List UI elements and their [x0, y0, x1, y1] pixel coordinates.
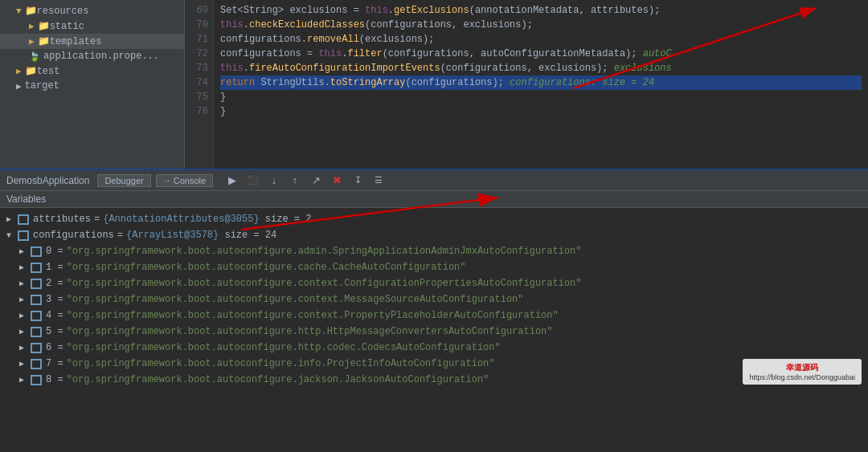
var-val-4: "org.springframework.boot.autoconfigure.… [67, 310, 559, 321]
var-row-config-0[interactable]: ▶ 0 = "org.springframework.boot.autoconf… [0, 243, 868, 259]
var-icon-c6 [31, 343, 42, 353]
variables-header-label: Variables [6, 193, 46, 205]
var-eq-configurations: = [117, 230, 123, 241]
tab-debugger[interactable]: Debugger [97, 174, 150, 187]
variables-header: Variables [0, 191, 868, 208]
code-text-74: return StringUtils.toStringArray(configu… [220, 75, 654, 90]
file-tree-appprops-label: application.prope... [43, 51, 159, 62]
var-index-3: 3 = [46, 294, 63, 305]
var-index-4: 4 = [46, 310, 63, 321]
bottom-panel: Variables ▶ attributes = {AnnotationAttr… [0, 191, 868, 391]
var-val-7: "org.springframework.boot.autoconfigure.… [67, 358, 495, 369]
var-index-7: 7 = [46, 358, 63, 369]
var-row-config-1[interactable]: ▶ 1 = "org.springframework.boot.autoconf… [0, 259, 868, 275]
var-icon-attributes [18, 214, 29, 225]
var-type-attributes: {AnnotationAttributes@3055} [103, 214, 265, 225]
target-icon: ▶ [16, 81, 22, 92]
var-val-1: "org.springframework.boot.autoconfigure.… [67, 262, 466, 273]
var-expand-c4: ▶ [19, 311, 31, 320]
var-expand-c1: ▶ [19, 263, 31, 272]
var-expand-c0: ▶ [19, 246, 31, 256]
debug-btn-step-over[interactable]: ⬛ [245, 173, 261, 188]
code-text-71: configurations.removeAll(exclusions); [220, 32, 434, 47]
tab-console-label: Console [174, 176, 206, 185]
variables-list: ▶ attributes = {AnnotationAttributes@305… [0, 208, 868, 391]
var-row-configurations[interactable]: ▼ configurations = {ArrayList@3578} size… [0, 227, 868, 243]
var-expand-c8: ▶ [19, 375, 31, 385]
var-index-2: 2 = [46, 278, 63, 289]
var-row-config-4[interactable]: ▶ 4 = "org.springframework.boot.autoconf… [0, 307, 868, 324]
code-panel: 69 70 71 72 73 74 75 76 Set<String> excl… [185, 0, 868, 169]
var-val-3: "org.springframework.boot.autoconfigure.… [67, 294, 524, 305]
debug-btn-step-into[interactable]: ↓ [266, 173, 282, 188]
var-expand-c7: ▶ [19, 359, 31, 369]
var-index-8: 8 = [46, 374, 63, 385]
var-expand-c5: ▶ [19, 327, 31, 336]
templates-expand-icon: ▶ [29, 36, 35, 47]
watermark: 幸道源码 https://blog.csdn.net/Dongguabai [743, 359, 862, 385]
var-val-5: "org.springframework.boot.autoconfigure.… [67, 326, 553, 337]
templates-folder-icon: 📁 [38, 35, 50, 47]
var-val-0: "org.springframework.boot.autoconfigure.… [67, 246, 582, 257]
var-index-5: 5 = [46, 326, 63, 337]
var-eq-attributes: = [94, 214, 100, 225]
debug-btn-settings[interactable]: ↧ [350, 173, 366, 188]
var-val-6: "org.springframework.boot.autoconfigure.… [67, 342, 501, 353]
code-line-71: configurations.removeAll(exclusions); [220, 32, 862, 47]
var-index-6: 6 = [46, 342, 63, 353]
file-tree-test[interactable]: ▶ 📁 test [0, 63, 184, 79]
code-line-75: } [220, 90, 862, 104]
var-row-config-6[interactable]: ▶ 6 = "org.springframework.boot.autoconf… [0, 340, 868, 356]
file-tree-target-label: target [25, 80, 59, 92]
file-tree-test-label: test [37, 66, 60, 77]
var-icon-c2 [31, 279, 42, 289]
var-val-2: "org.springframework.boot.autoconfigure.… [67, 278, 582, 289]
var-row-config-8[interactable]: ▶ 8 = "org.springframework.boot.autoconf… [0, 372, 868, 388]
var-icon-c0 [31, 246, 42, 257]
code-text-70: this.checkExcludedClasses(configurations… [220, 18, 533, 32]
var-row-config-7[interactable]: ▶ 7 = "org.springframework.boot.autoconf… [0, 356, 868, 372]
file-tree-resources[interactable]: ▼ 📁 resources [0, 3, 184, 18]
code-line-73: this.fireAutoConfigurationImportEvents(c… [220, 61, 862, 75]
var-row-config-2[interactable]: ▶ 2 = "org.springframework.boot.autoconf… [0, 275, 868, 291]
var-row-attributes[interactable]: ▶ attributes = {AnnotationAttributes@305… [0, 211, 868, 227]
top-panel: ▼ 📁 resources ▶ 📁 static ▶ 📁 templates 🍃… [0, 0, 868, 169]
folder-icon-2: 📁 [25, 5, 37, 17]
code-line-69: Set<String> exclusions = this.getExclusi… [220, 3, 862, 18]
debugger-bar: DemosbApplication Debugger → Console ▶ ⬛… [0, 169, 868, 191]
var-expand-attributes: ▶ [6, 214, 18, 224]
debug-btn-run-cursor[interactable]: ↗ [308, 173, 324, 188]
file-tree-static[interactable]: ▶ 📁 static [0, 18, 184, 34]
file-tree-templates-label: templates [50, 36, 102, 47]
var-icon-c7 [31, 359, 42, 369]
file-tree-target[interactable]: ▶ target [0, 79, 184, 93]
var-expand-c2: ▶ [19, 279, 31, 288]
code-text-72: configurations = this.filter(configurati… [220, 47, 672, 61]
var-icon-c4 [31, 311, 42, 321]
debug-btn-mute[interactable]: ☰ [371, 173, 387, 188]
code-text-75: } [220, 90, 226, 104]
file-tree-resources-label: resources [37, 6, 89, 17]
file-tree-static-label: static [50, 21, 84, 32]
tab-debugger-label: Debugger [104, 176, 143, 185]
watermark-line2: https://blog.csdn.net/Dongguabai [749, 373, 855, 381]
var-index-0: 0 = [46, 246, 63, 257]
var-expand-c6: ▶ [19, 343, 31, 352]
debug-btn-resume[interactable]: ▶ [224, 173, 240, 188]
var-name-attributes: attributes [33, 214, 91, 225]
debug-btn-stop[interactable]: ✖ [329, 173, 345, 188]
tab-console[interactable]: → Console [156, 174, 213, 187]
debugger-title: DemosbApplication [6, 175, 89, 186]
var-row-config-3[interactable]: ▶ 3 = "org.springframework.boot.autoconf… [0, 291, 868, 307]
var-row-config-5[interactable]: ▶ 5 = "org.springframework.boot.autoconf… [0, 324, 868, 340]
file-tree-appprops[interactable]: 🍃 application.prope... [0, 49, 184, 63]
debug-btn-step-out[interactable]: ↑ [287, 173, 303, 188]
var-expand-c3: ▶ [19, 295, 31, 304]
file-tree-templates[interactable]: ▶ 📁 templates [0, 34, 184, 49]
test-expand-icon: ▶ [16, 66, 22, 76]
code-line-74: ● return StringUtils.toStringArray(confi… [220, 75, 862, 90]
code-text-73: this.fireAutoConfigurationImportEvents(c… [220, 61, 672, 75]
var-icon-configurations [18, 230, 29, 241]
var-icon-c5 [31, 327, 42, 337]
line-numbers: 69 70 71 72 73 74 75 76 [185, 0, 214, 169]
